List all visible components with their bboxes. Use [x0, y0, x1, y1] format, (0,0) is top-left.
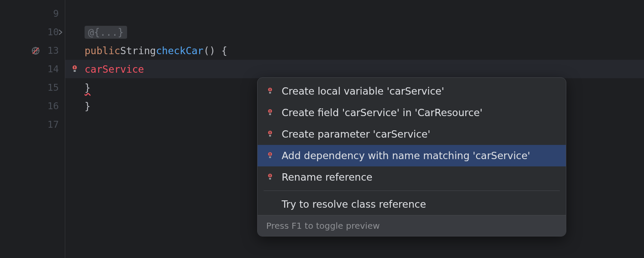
code-line[interactable]: @{...}	[65, 23, 644, 41]
svg-rect-7	[270, 89, 270, 91]
svg-rect-17	[269, 135, 271, 137]
svg-rect-11	[270, 110, 270, 112]
quickfix-item-create-parameter[interactable]: Create parameter 'carService'	[258, 123, 566, 145]
keyword: public	[85, 45, 120, 56]
gutter-row[interactable]: 16	[0, 97, 65, 115]
unresolved-reference: carService	[85, 64, 144, 75]
code-editor: 9 10 13 14 15 16	[0, 0, 644, 258]
gutter-row[interactable]: 15	[0, 78, 65, 97]
line-number: 9	[42, 8, 59, 19]
brace-open: {	[216, 45, 228, 56]
svg-rect-25	[269, 178, 271, 180]
line-number: 14	[42, 64, 59, 74]
fold-chevron-icon[interactable]	[57, 29, 64, 36]
svg-rect-23	[270, 175, 270, 177]
type: String	[120, 45, 156, 56]
svg-point-12	[270, 112, 270, 113]
error-bulb-icon	[266, 173, 278, 181]
line-number: 17	[42, 119, 59, 130]
folded-annotation[interactable]: @{...}	[85, 26, 127, 39]
code-line-current[interactable]: carService	[65, 60, 644, 78]
code-area[interactable]: @{...} public String checkCar() { carSer…	[65, 0, 644, 258]
quickfix-item-resolve-class[interactable]: Try to resolve class reference	[258, 194, 566, 215]
error-bulb-icon	[266, 130, 278, 138]
svg-rect-9	[269, 92, 271, 94]
error-bulb-icon	[266, 152, 278, 160]
code-line[interactable]: public String checkCar() {	[65, 41, 644, 60]
quickfix-item-add-dependency[interactable]: Add dependency with name matching 'carSe…	[258, 145, 566, 166]
quickfix-item-create-field[interactable]: Create field 'carService' in 'CarResourc…	[258, 102, 566, 123]
line-number: 15	[42, 82, 59, 93]
quickfix-item-label: Create field 'carService' in 'CarResourc…	[282, 107, 483, 118]
quickfix-item-label: Create parameter 'carService'	[282, 129, 430, 140]
separator	[264, 190, 560, 191]
quickfix-item-rename-reference[interactable]: Rename reference	[258, 166, 566, 188]
gutter-row[interactable]: 14	[0, 60, 65, 78]
brace-close: }	[85, 82, 91, 93]
svg-point-24	[270, 177, 270, 178]
gutter-row[interactable]: 10	[0, 23, 65, 41]
quickfix-item-label: Create local variable 'carService'	[282, 86, 444, 97]
svg-point-4	[74, 68, 75, 69]
quickfix-popup: Create local variable 'carService' Creat…	[257, 77, 566, 236]
svg-rect-13	[269, 114, 271, 115]
svg-point-8	[270, 91, 270, 92]
error-bulb-icon	[266, 109, 278, 117]
gutter-row[interactable]: 9	[0, 4, 65, 23]
footer-hint: Press F1 to toggle preview	[266, 221, 380, 231]
svg-rect-15	[270, 132, 270, 134]
error-bulb-icon[interactable]	[70, 65, 79, 74]
error-bulb-icon	[266, 87, 278, 95]
code-line[interactable]	[65, 4, 644, 23]
line-number: 16	[42, 101, 59, 111]
line-number: 13	[42, 45, 59, 56]
svg-point-20	[270, 155, 270, 156]
line-number: 10	[42, 27, 59, 37]
brace-close: }	[85, 101, 91, 112]
svg-point-16	[270, 134, 270, 135]
svg-rect-19	[270, 153, 270, 155]
gutter-row[interactable]: 17	[0, 115, 65, 134]
svg-rect-21	[269, 157, 271, 158]
svg-rect-5	[74, 70, 76, 72]
popup-footer: Press F1 to toggle preview	[258, 215, 566, 236]
svg-rect-3	[74, 66, 75, 68]
gutter: 9 10 13 14 15 16	[0, 0, 65, 258]
gutter-row[interactable]: 13	[0, 41, 65, 60]
quickfix-item-label: Try to resolve class reference	[282, 199, 426, 210]
quickfix-item-label: Add dependency with name matching 'carSe…	[282, 150, 530, 161]
method-name: checkCar	[156, 45, 204, 56]
quickfix-item-label: Rename reference	[282, 172, 372, 183]
globe-no-icon[interactable]	[31, 46, 40, 55]
punct: ()	[204, 45, 216, 56]
quickfix-item-create-local[interactable]: Create local variable 'carService'	[258, 80, 566, 102]
